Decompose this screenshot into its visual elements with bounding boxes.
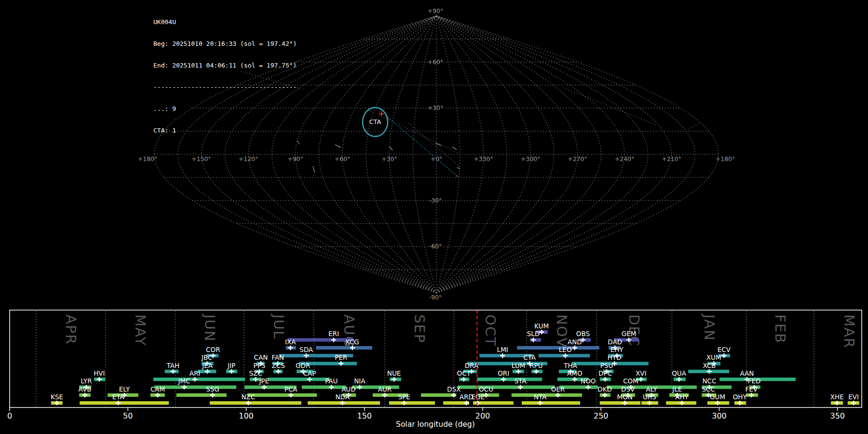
unclassified-count: ...: 9 — [153, 105, 297, 112]
meridian-line — [413, 16, 436, 293]
shower-code-label: RPU — [529, 362, 542, 369]
longitude-label: +210° — [662, 155, 681, 163]
shower-code-label: XCB — [703, 362, 716, 369]
shower-code-label: CAP — [303, 369, 316, 377]
longitude-label: +150° — [191, 155, 211, 163]
south-pole-dot — [436, 292, 437, 293]
month-label: OCT — [482, 314, 499, 347]
shower-code-label: TAH — [166, 362, 180, 369]
longitude-label: +330° — [474, 155, 493, 163]
month-label: JAN — [701, 313, 718, 341]
activity-bar — [302, 385, 346, 389]
shower-code-label: ARI — [190, 369, 201, 377]
radiant-drift-line — [563, 88, 657, 125]
shower-code-label: OCT — [457, 369, 471, 377]
shower-code-label: SZC — [249, 369, 262, 377]
shower-bar-OCT: OCT — [457, 369, 471, 381]
shower-code-label: LMI — [497, 346, 508, 353]
activity-bar — [421, 393, 456, 397]
shower-code-label: SCC — [702, 385, 715, 393]
shower-code-label: PSU — [600, 362, 613, 369]
shower-code-label: NOO — [581, 377, 596, 385]
shower-bar-AVB: AVB — [79, 385, 92, 397]
shower-bar-ZCS: ZCS — [272, 362, 285, 374]
shower-bar-NDA: NDA — [308, 393, 380, 405]
meridian-line — [366, 16, 436, 293]
shower-code-label: NZC — [242, 393, 256, 401]
month-label: FEB — [772, 314, 788, 344]
separator-line: -------------------------------------- — [153, 83, 297, 91]
latitude-label: +90° — [428, 7, 444, 14]
shower-code-label: HVI — [94, 369, 105, 377]
activity-bar — [512, 393, 582, 397]
shower-code-label: PAU — [325, 377, 338, 385]
activity-bar — [80, 401, 169, 405]
shower-code-label: AUD — [341, 385, 356, 393]
shower-code-label: GUM — [710, 393, 725, 401]
x-axis: 050100150200250300350Solar longitude (de… — [7, 407, 845, 429]
trajectory-end-dot — [456, 175, 458, 177]
shower-code-label: ECV — [718, 346, 731, 353]
shower-code-label: SDA — [299, 346, 313, 353]
shower-code-label: AHY — [675, 393, 689, 401]
shower-bar-DKD: DKD — [597, 385, 612, 397]
shower-code-label: XUM — [706, 353, 721, 361]
shower-code-label: URS — [643, 393, 656, 401]
shower-code-label: THA — [563, 362, 577, 369]
shower-code-label: SSG — [206, 385, 219, 393]
activity-bar — [559, 385, 598, 389]
shower-code-label: PPS — [254, 362, 266, 369]
longitude-label: +270° — [568, 155, 587, 163]
shower-bar-DPC: DPC — [598, 369, 612, 381]
latitude-label: +60° — [428, 58, 444, 66]
meteor-trail — [298, 141, 299, 144]
shower-code-label: JLE — [672, 385, 682, 393]
shower-bar-XHE: XHE — [830, 393, 844, 405]
shower-bar-CAM: CAM — [150, 385, 165, 397]
shower-code-label: NIA — [354, 377, 366, 385]
shower-code-label: COR — [206, 346, 220, 353]
x-axis-tick-label: 50 — [123, 411, 133, 420]
activity-bar — [522, 401, 580, 405]
shower-code-label: KSE — [51, 393, 63, 401]
shower-code-label: FED — [748, 377, 761, 385]
shower-code-label: KUM — [534, 322, 549, 330]
shower-code-label: DSX — [447, 385, 461, 393]
meteor-trajectory-line — [386, 116, 457, 176]
shower-code-label: OHY — [733, 393, 747, 401]
shower-code-label: ZCS — [272, 362, 285, 369]
north-pole-dot — [436, 15, 437, 16]
activity-bar — [153, 378, 245, 381]
x-axis-tick-label: 300 — [712, 411, 727, 420]
shower-code-label: FAN — [271, 353, 284, 361]
activity-bar — [389, 401, 435, 405]
month-labels: APRMAYJUNJULAUGSEPOCTNOVDECJANFEBMAR — [63, 313, 857, 349]
month-label: JUL — [271, 313, 287, 339]
month-label: MAR — [841, 314, 857, 349]
shower-code-label: DAD — [608, 338, 622, 346]
cta-radiant-label: CTA — [369, 118, 381, 125]
activity-bar — [316, 346, 372, 350]
meridian-line — [436, 16, 695, 293]
longitude-label: +180° — [716, 155, 735, 163]
meteor-shower-timeline: APRMAYJUNJULAUGSEPOCTNOVDECJANFEBMARKUME… — [7, 310, 862, 429]
longitude-label: +180° — [138, 155, 158, 163]
shower-code-label: LYR — [81, 377, 92, 385]
shower-code-label: NTA — [534, 393, 547, 401]
meridian-line — [342, 16, 436, 293]
shower-bar-XCB: XCB — [688, 362, 729, 374]
end-time-line: End: 20251011 04:06:11 (sol = 197.75°) — [153, 62, 297, 69]
shower-code-label: XHE — [830, 393, 844, 401]
shower-code-label: AVB — [79, 385, 92, 393]
meridian-line — [436, 16, 460, 293]
shower-code-label: NUE — [387, 369, 401, 377]
x-axis-tick-label: 100 — [239, 411, 254, 420]
month-label: APR — [63, 314, 79, 345]
shower-code-label: MON — [617, 393, 633, 401]
shower-code-label: NDA — [335, 393, 350, 401]
shower-code-label: PCA — [285, 385, 298, 393]
x-axis-tick-label: 200 — [475, 411, 490, 420]
meteor-trail — [390, 147, 393, 150]
shower-code-label: OCU — [479, 385, 493, 393]
shower-code-label: KCG — [346, 338, 359, 346]
